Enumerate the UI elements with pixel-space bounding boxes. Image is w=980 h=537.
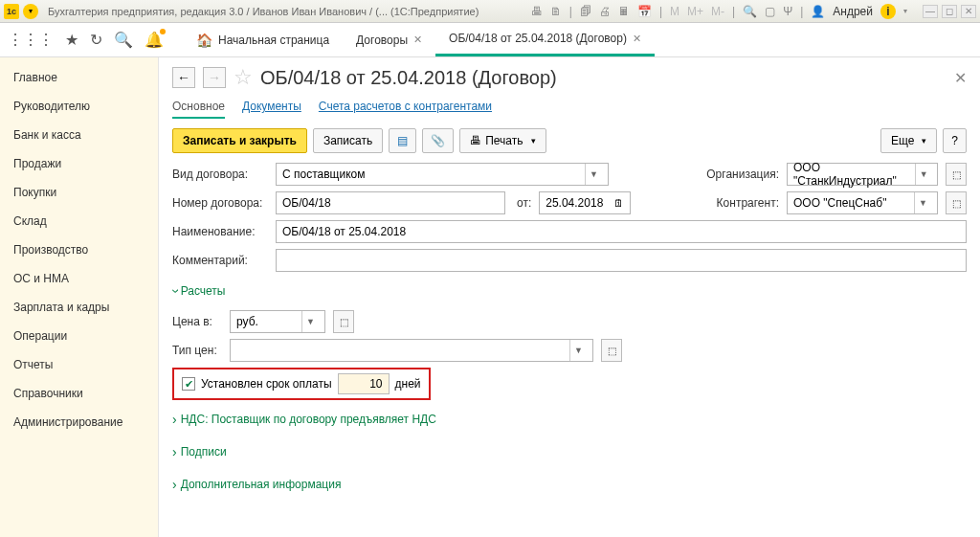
sidebar-item-sales[interactable]: Продажи [0,149,158,178]
window-titlebar: 1c ▾ Бухгалтерия предприятия, редакция 3… [0,0,980,23]
sidebar-item-main[interactable]: Главное [0,63,158,92]
search-icon[interactable]: 🔍 [743,5,757,18]
m-plus-button[interactable]: M+ [687,5,703,18]
price-type-select[interactable]: ▼ [230,339,593,362]
tab-home[interactable]: 🏠 Начальная страница [183,23,343,56]
apps-grid-icon[interactable]: ⋮⋮⋮ [8,31,54,49]
section-extra[interactable]: Дополнительная информация [172,477,967,492]
subtab-main[interactable]: Основное [172,100,225,119]
help-button[interactable]: ? [943,128,967,153]
window-buttons: — ◻ ✕ [923,5,976,18]
subtab-accounts[interactable]: Счета расчетов с контрагентами [319,100,492,119]
calendar-icon[interactable]: 📅 [637,5,652,18]
close-icon[interactable]: ✕ [633,33,641,45]
tab-contracts[interactable]: Договоры ✕ [343,23,435,56]
save-disk-icon[interactable]: 🗎 [550,5,562,18]
comment-label: Комментарий: [172,254,268,267]
open-currency-button[interactable]: ⬚ [333,310,354,333]
subtabs: Основное Документы Счета расчетов с конт… [172,100,967,119]
sidebar-item-admin[interactable]: Администрирование [0,408,158,436]
date-label: от: [517,196,531,210]
name-input[interactable] [276,220,967,243]
section-vat[interactable]: НДС: Поставщик по договору предъявляет Н… [172,412,967,427]
info-dropdown[interactable]: ▾ [903,7,907,15]
favorite-toggle-icon[interactable]: ☆ [234,65,253,90]
open-counterparty-button[interactable]: ⬚ [946,191,967,214]
divider: | [569,5,572,18]
panel-close-button[interactable]: ✕ [954,69,967,87]
attach-button[interactable]: 📎 [422,128,454,153]
subtab-documents[interactable]: Документы [242,100,301,119]
info-icon[interactable]: i [880,4,896,19]
sidebar-item-production[interactable]: Производство [0,235,158,264]
close-button[interactable]: ✕ [961,5,976,18]
price-type-label: Тип цен: [172,344,222,357]
number-label: Номер договора: [172,196,268,210]
minimize-button[interactable]: — [923,5,938,18]
favorite-star-icon[interactable]: ★ [65,31,78,49]
payment-term-checkbox[interactable]: ✔ [182,377,195,391]
open-price-type-button[interactable]: ⬚ [601,339,622,362]
currency-select[interactable]: руб. ▼ [230,310,325,333]
save-close-button[interactable]: Записать и закрыть [172,128,307,153]
print-icon[interactable]: 🖶 [531,5,543,18]
printer-icon[interactable]: 🖨 [599,5,611,18]
counterparty-select[interactable]: ООО "СпецСнаб" ▼ [787,191,938,214]
panel-icon[interactable]: ▢ [765,5,775,18]
tab-label: Начальная страница [218,34,329,47]
sidebar-item-assets[interactable]: ОС и НМА [0,264,158,293]
type-select[interactable]: С поставщиком ▼ [276,163,609,186]
sidebar-item-manager[interactable]: Руководителю [0,92,158,121]
save-button[interactable]: Записать [313,128,383,153]
more-button[interactable]: Еще▾ [880,128,937,153]
sidebar-item-directories[interactable]: Справочники [0,379,158,408]
app-menu-dropdown[interactable]: ▾ [23,4,38,19]
page-title: ОБ/04/18 от 25.04.2018 (Договор) [260,67,557,89]
form: Вид договора: С поставщиком ▼ Организаци… [172,163,967,498]
sidebar-item-salary[interactable]: Зарплата и кадры [0,293,158,322]
fork-icon[interactable]: Ψ [783,5,792,18]
titlebar-tools: 🖶 🗎 | 🗐 🖨 🖩 📅 | M M+ M- | 🔍 ▢ Ψ | 👤 Андр… [531,4,976,19]
tab-contract-detail[interactable]: ОБ/04/18 от 25.04.2018 (Договор) ✕ [435,23,655,56]
calculator-icon[interactable]: 🖩 [618,5,630,18]
search-icon[interactable]: 🔍 [114,31,133,49]
home-icon: 🏠 [196,33,212,48]
number-input[interactable] [276,191,505,214]
open-org-button[interactable]: ⬚ [946,163,967,186]
user-name[interactable]: Андрей [833,5,873,18]
action-toolbar: Записать и закрыть Записать ▤ 📎 🖶Печать▾… [172,128,967,153]
print-button[interactable]: 🖶Печать▾ [459,128,546,153]
sidebar-item-bank[interactable]: Банк и касса [0,121,158,149]
date-input[interactable]: 25.04.2018 🗓 [539,191,631,214]
payment-term-label: Установлен срок оплаты [201,377,332,391]
chevron-down-icon: ▼ [585,164,602,185]
payment-days-input[interactable] [338,373,390,394]
user-icon: 👤 [811,5,825,18]
nav-forward-button[interactable]: → [203,67,226,88]
maximize-button[interactable]: ◻ [942,5,957,18]
content-panel: ← → ☆ ОБ/04/18 от 25.04.2018 (Договор) ✕… [159,57,980,537]
tab-label: Договоры [356,34,408,47]
compare-icon[interactable]: 🗐 [580,5,591,18]
body-area: Главное Руководителю Банк и касса Продаж… [0,57,980,537]
sidebar-item-operations[interactable]: Операции [0,322,158,350]
chevron-down-icon: ▼ [569,340,587,361]
list-button[interactable]: ▤ [389,128,416,153]
comment-input[interactable] [276,249,967,272]
window-title: Бухгалтерия предприятия, редакция 3.0 / … [48,6,479,17]
org-label: Организация: [706,168,779,181]
counterparty-label: Контрагент: [717,196,779,210]
section-calculations[interactable]: Расчеты [172,283,967,299]
nav-back-button[interactable]: ← [172,67,195,88]
m-minus-button[interactable]: M- [711,5,724,18]
section-signatures[interactable]: Подписи [172,444,967,459]
history-icon[interactable]: ↻ [90,31,102,49]
org-select[interactable]: ООО "СтанкИндустриал" ▼ [787,163,938,186]
close-icon[interactable]: ✕ [413,34,422,46]
divider: | [659,5,662,18]
m-button[interactable]: M [670,5,679,18]
sidebar-item-warehouse[interactable]: Склад [0,207,158,235]
bell-icon[interactable]: 🔔 [145,31,164,49]
sidebar-item-reports[interactable]: Отчеты [0,350,158,379]
sidebar-item-purchases[interactable]: Покупки [0,178,158,207]
